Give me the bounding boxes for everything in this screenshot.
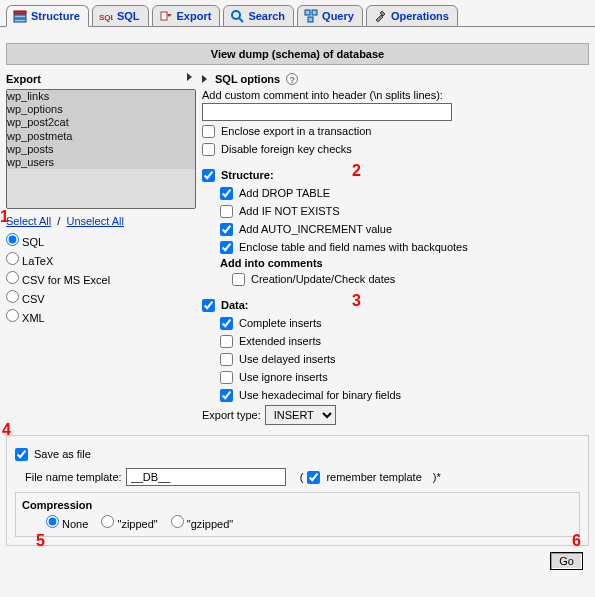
enclose-tx-label: Enclose export in a transaction	[221, 123, 371, 139]
delayed-inserts-label: Use delayed inserts	[239, 351, 336, 367]
sep: /	[54, 215, 63, 227]
tab-label: Operations	[391, 10, 449, 22]
fmt-sql[interactable]: SQL	[6, 233, 196, 248]
tab-bar: Structure SQL SQL Export Search Query Op…	[0, 0, 595, 27]
disclosure-icon	[187, 73, 192, 81]
tables-listbox[interactable]: wp_linkswp_optionswp_post2catwp_postmeta…	[6, 89, 196, 209]
table-option[interactable]: wp_postmeta	[7, 130, 195, 143]
help-icon[interactable]: ?	[286, 73, 298, 85]
fmt-csv-excel[interactable]: CSV for MS Excel	[6, 271, 196, 286]
backquote-label: Enclose table and field names with backq…	[239, 239, 468, 255]
tab-label: Structure	[31, 10, 80, 22]
structure-checkbox[interactable]	[202, 169, 215, 182]
svg-rect-7	[305, 10, 310, 15]
fmt-csv[interactable]: CSV	[6, 290, 196, 305]
svg-rect-4	[161, 12, 167, 20]
tab-search[interactable]: Search	[223, 5, 294, 27]
delayed-inserts-checkbox[interactable]	[220, 353, 233, 366]
disable-fk-label: Disable foreign key checks	[221, 141, 352, 157]
tab-query[interactable]: Query	[297, 5, 363, 27]
svg-rect-9	[308, 17, 313, 22]
drop-table-checkbox[interactable]	[220, 187, 233, 200]
ignore-inserts-label: Use ignore inserts	[239, 369, 328, 385]
select-all-link[interactable]: Select All	[6, 215, 51, 227]
if-not-exists-checkbox[interactable]	[220, 205, 233, 218]
structure-icon	[13, 9, 27, 23]
creation-dates-checkbox[interactable]	[232, 273, 245, 286]
sql-icon: SQL	[99, 9, 113, 23]
fmt-latex[interactable]: LaTeX	[6, 252, 196, 267]
backquote-checkbox[interactable]	[220, 241, 233, 254]
extended-inserts-label: Extended inserts	[239, 333, 321, 349]
export-type-select[interactable]: INSERT	[265, 405, 336, 425]
query-icon	[304, 9, 318, 23]
table-option[interactable]: wp_users	[7, 156, 195, 169]
remember-template-checkbox[interactable]	[307, 471, 320, 484]
annotation-2: 2	[352, 163, 361, 179]
export-icon	[159, 9, 173, 23]
creation-dates-label: Creation/Update/Check dates	[251, 271, 395, 287]
comment-input[interactable]	[202, 103, 452, 121]
page-title: View dump (schema) of database	[6, 43, 589, 65]
complete-inserts-checkbox[interactable]	[220, 317, 233, 330]
data-checkbox[interactable]	[202, 299, 215, 312]
compress-gzipped[interactable]: "gzipped"	[171, 518, 233, 530]
svg-rect-2	[14, 19, 26, 22]
remember-template-label: remember template	[326, 469, 421, 485]
go-button[interactable]: Go	[550, 552, 583, 570]
table-option[interactable]: wp_links	[7, 90, 195, 103]
filename-input[interactable]	[126, 468, 286, 486]
extended-inserts-checkbox[interactable]	[220, 335, 233, 348]
tab-label: Search	[248, 10, 285, 22]
add-comments-legend: Add into comments	[220, 257, 589, 269]
data-legend: Data:	[221, 297, 249, 313]
svg-text:SQL: SQL	[99, 13, 113, 22]
svg-rect-0	[14, 11, 26, 14]
sql-options-legend: SQL options	[215, 73, 280, 85]
table-option[interactable]: wp_posts	[7, 143, 195, 156]
complete-inserts-label: Complete inserts	[239, 315, 322, 331]
auto-increment-checkbox[interactable]	[220, 223, 233, 236]
tab-label: Query	[322, 10, 354, 22]
search-icon	[230, 9, 244, 23]
structure-legend: Structure:	[221, 167, 274, 183]
remember-suffix: )*	[433, 469, 441, 485]
hex-binary-checkbox[interactable]	[220, 389, 233, 402]
disclosure-icon	[202, 75, 207, 83]
drop-table-label: Add DROP TABLE	[239, 185, 330, 201]
tab-label: Export	[177, 10, 212, 22]
auto-increment-label: Add AUTO_INCREMENT value	[239, 221, 392, 237]
paren-open: (	[300, 469, 304, 485]
export-legend: Export	[6, 73, 41, 85]
table-option[interactable]: wp_post2cat	[7, 116, 195, 129]
save-as-file-checkbox[interactable]	[15, 448, 28, 461]
filename-label: File name template:	[25, 469, 122, 485]
tab-label: SQL	[117, 10, 140, 22]
operations-icon	[373, 9, 387, 23]
table-option[interactable]: wp_options	[7, 103, 195, 116]
svg-line-6	[239, 18, 243, 22]
if-not-exists-label: Add IF NOT EXISTS	[239, 203, 340, 219]
tab-export[interactable]: Export	[152, 5, 221, 27]
save-as-file-legend: Save as file	[34, 446, 91, 462]
export-type-label: Export type:	[202, 407, 261, 423]
ignore-inserts-checkbox[interactable]	[220, 371, 233, 384]
compress-none[interactable]: None	[46, 518, 88, 530]
tab-sql[interactable]: SQL SQL	[92, 5, 149, 27]
annotation-3: 3	[352, 293, 361, 309]
enclose-tx-checkbox[interactable]	[202, 125, 215, 138]
compress-zipped[interactable]: "zipped"	[101, 518, 157, 530]
svg-rect-8	[312, 10, 317, 15]
disable-fk-checkbox[interactable]	[202, 143, 215, 156]
svg-rect-1	[14, 15, 26, 18]
compression-legend: Compression	[22, 499, 573, 511]
fmt-xml[interactable]: XML	[6, 309, 196, 324]
unselect-all-link[interactable]: Unselect All	[66, 215, 123, 227]
comment-label: Add custom comment into header (\n split…	[202, 89, 589, 101]
tab-operations[interactable]: Operations	[366, 5, 458, 27]
tab-structure[interactable]: Structure	[6, 5, 89, 27]
svg-point-5	[232, 11, 240, 19]
hex-binary-label: Use hexadecimal for binary fields	[239, 387, 401, 403]
